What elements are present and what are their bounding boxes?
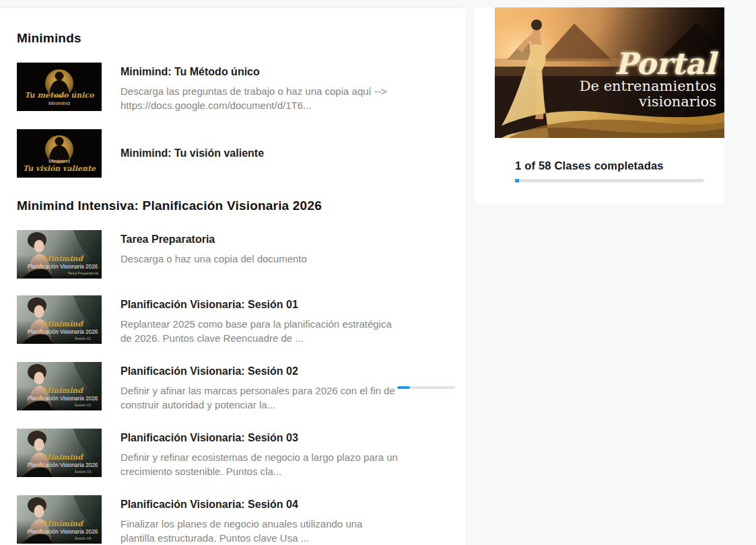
lesson-thumbnail: Minimind Planificación Visionaria 2026 S… xyxy=(17,429,102,477)
lesson-description: Definir y refinar ecosistemas de negocio… xyxy=(121,450,398,478)
classes-completed-label: 1 of 58 Clases completadas xyxy=(515,159,664,172)
lesson-title: Planificación Visionaria: Sesión 04 xyxy=(121,497,398,512)
thumb-sub-text: Sesión 01 xyxy=(75,336,91,340)
lesson-title: Minimind: Tu visión valiente xyxy=(121,146,264,161)
lesson-title: Planificación Visionaria: Sesión 03 xyxy=(121,431,398,445)
lesson-description: Definir y afinar las marcas personales p… xyxy=(121,384,398,412)
thumb-sub-text: Sesión 02 xyxy=(75,403,91,407)
lesson-title: Planificación Visionaria: Sesión 01 xyxy=(121,297,398,312)
banner-script-title: Portal xyxy=(615,46,718,81)
thumb-script-text: Minimind xyxy=(42,320,83,328)
thumb-sub-text: Sesión 03 xyxy=(75,470,91,474)
thumb-plain-text: Planificación Visionaria 2026 xyxy=(28,529,98,535)
lesson-title: Planificación Visionaria: Sesión 02 xyxy=(121,364,398,379)
thumb-script-text: Minimind xyxy=(42,254,83,263)
lesson-row-tarea-preparatoria[interactable]: Minimind Planificación Visionaria 2026 T… xyxy=(17,230,465,279)
lesson-description: Finalizar los planes de negocio anuales … xyxy=(121,517,398,545)
lesson-thumbnail: Tu método único Minimind xyxy=(17,63,102,111)
lesson-description: Replantear 2025 como base para la planif… xyxy=(121,317,398,345)
thumb-plain-text: Planificación Visionaria 2026 xyxy=(28,264,98,270)
lesson-progress-fill xyxy=(397,386,410,389)
thumb-script-text: Minimind xyxy=(42,453,83,462)
thumb-plain-text: Planificación Visionaria 2026 xyxy=(28,462,98,468)
lesson-thumbnail: Minimind Tu visión valiente xyxy=(17,129,102,178)
course-content-panel: Miniminds Tu método único Minimind Minim… xyxy=(0,7,465,545)
course-banner-image: Portal De entrenamientos visionarios xyxy=(495,7,724,138)
thumb-sub-text: Sesión 04 xyxy=(75,536,91,540)
lesson-title: Minimind: Tu Método único xyxy=(121,65,398,79)
lesson-thumbnail: Minimind Planificación Visionaria 2026 S… xyxy=(17,362,102,410)
lesson-row-metodo-unico[interactable]: Tu método único Minimind Minimind: Tu Mé… xyxy=(17,63,465,112)
lesson-row-sesion-04[interactable]: Minimind Planificación Visionaria 2026 S… xyxy=(17,495,465,545)
section-title-planificacion: Minimind Intensiva: Planificación Vision… xyxy=(17,198,465,213)
lesson-row-vision-valiente[interactable]: Minimind Tu visión valiente Minimind: Tu… xyxy=(17,129,465,178)
thumb-script-text: Tu método único xyxy=(24,91,94,100)
thumb-plain-text: Planificación Visionaria 2026 xyxy=(28,396,98,402)
banner-subtitle-line2: visionarios xyxy=(638,94,716,110)
lesson-thumbnail: Minimind Planificación Visionaria 2026 T… xyxy=(17,230,102,279)
course-progress-card: Portal De entrenamientos visionarios 1 o… xyxy=(475,7,724,203)
thumb-sub-text: Tarea Preparatoria xyxy=(67,271,98,275)
course-progress-bar xyxy=(515,179,703,182)
thumb-plain-text: Planificación Visionaria 2026 xyxy=(28,329,98,335)
section-title-miniminds: Miniminds xyxy=(17,31,465,46)
banner-subtitle-line1: De entrenamientos xyxy=(580,78,716,94)
thumb-plain-text: Minimind xyxy=(48,100,70,106)
lesson-thumbnail: Minimind Planificación Visionaria 2026 S… xyxy=(17,495,102,544)
lesson-progress-bar xyxy=(397,386,455,389)
lesson-thumbnail: Minimind Planificación Visionaria 2026 S… xyxy=(17,295,102,344)
lesson-description: Descarga o haz una copia del documento xyxy=(121,252,398,266)
lesson-title: Tarea Preparatoria xyxy=(121,232,398,247)
thumb-script-text: Minimind xyxy=(42,386,83,395)
lesson-row-sesion-02[interactable]: Minimind Planificación Visionaria 2026 S… xyxy=(17,362,465,412)
lesson-description: Descarga las preguntas de trabajo o haz … xyxy=(121,84,398,112)
thumb-script-text: Tu visión valiente xyxy=(23,164,96,173)
thumb-plain-text: Minimind xyxy=(48,158,70,164)
lesson-row-sesion-01[interactable]: Minimind Planificación Visionaria 2026 S… xyxy=(17,295,465,345)
thumb-script-text: Minimind xyxy=(42,519,83,528)
lesson-row-sesion-03[interactable]: Minimind Planificación Visionaria 2026 S… xyxy=(17,429,465,478)
course-progress-fill xyxy=(515,179,519,182)
